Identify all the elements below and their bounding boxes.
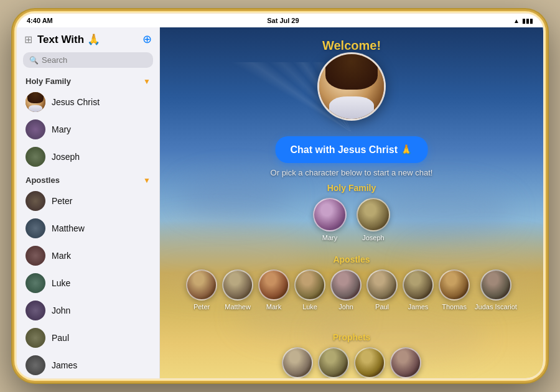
- avatar-circle-prophet3: [354, 347, 385, 378]
- main-content: ⊞ Text With 🙏 ⊕ 🔍 Holy F: [17, 27, 543, 378]
- avatar-item-thomas-main[interactable]: Thomas: [439, 269, 470, 310]
- holy-family-section: Holy Family Mary Joseph: [160, 183, 543, 241]
- contact-item-james[interactable]: James: [17, 352, 159, 378]
- sidebar-grid-icon[interactable]: ⊞: [24, 34, 32, 45]
- apostles-section: Apostles Peter Matthew Mark: [160, 254, 543, 310]
- wifi-icon: ▲: [513, 17, 520, 24]
- avatar-james: [26, 355, 45, 375]
- avatar-circle-mary-main: [313, 198, 347, 231]
- avatar-circle-paul-main: [366, 269, 398, 301]
- screen: 4:40 AM Sat Jul 29 ▲ ▮▮▮ ⊞ Text With 🙏 ⊕: [17, 14, 543, 378]
- sidebar-header-actions: ⊕: [142, 32, 152, 46]
- contact-item-john[interactable]: John: [17, 297, 159, 324]
- avatar-circle-judas-main: [480, 269, 511, 301]
- avatar-circle-matthew-main: [222, 269, 253, 301]
- contact-name-luke: Luke: [52, 278, 70, 288]
- sidebar-header: ⊞ Text With 🙏 ⊕: [17, 27, 159, 50]
- jesus-face-detail: [319, 54, 384, 119]
- contact-name-jesus: Jesus Christ: [52, 97, 100, 107]
- sidebar: ⊞ Text With 🙏 ⊕ 🔍 Holy F: [17, 27, 160, 378]
- apostles-label: Apostles: [26, 175, 60, 185]
- avatar-item-peter-main[interactable]: Peter: [186, 269, 217, 310]
- avatar-label-james-main: James: [408, 303, 428, 310]
- avatar-circle-luke-main: [294, 269, 325, 301]
- sidebar-content: Holy Family ▼ Jesus Christ Mary: [17, 72, 159, 378]
- avatar-label-paul-main: Paul: [375, 303, 389, 310]
- contact-item-paul[interactable]: Paul: [17, 324, 159, 352]
- avatar-peter: [26, 191, 45, 211]
- jesus-portrait[interactable]: [317, 52, 386, 121]
- contact-name-matthew: Matthew: [52, 223, 85, 233]
- contact-item-matthew[interactable]: Matthew: [17, 215, 159, 242]
- compose-button[interactable]: ⊕: [142, 32, 152, 46]
- avatar-label-peter-main: Peter: [194, 303, 210, 310]
- holy-family-avatars-row: Mary Joseph: [160, 198, 543, 241]
- status-time: 4:40 AM: [27, 17, 53, 24]
- contact-name-john: John: [52, 306, 70, 315]
- avatar-joseph: [26, 147, 45, 167]
- avatar-label-thomas-main: Thomas: [442, 303, 467, 310]
- avatar-circle-prophet4: [390, 347, 421, 378]
- holy-family-chevron[interactable]: ▼: [143, 77, 151, 86]
- contact-item-mary[interactable]: Mary: [17, 116, 159, 143]
- status-right: ▲ ▮▮▮: [513, 17, 533, 24]
- avatar-item-john-main[interactable]: John: [330, 269, 362, 310]
- prophets-section: Prophets Moses Abraham David: [160, 332, 543, 378]
- chat-button-container: Chat with Jesus Christ 🙏 Or pick a chara…: [271, 136, 433, 177]
- avatar-circle-joseph-main: [357, 198, 390, 231]
- avatar-circle-peter-main: [186, 269, 217, 301]
- contact-item-peter[interactable]: Peter: [17, 187, 159, 215]
- holy-family-main-title: Holy Family: [160, 183, 543, 193]
- avatar-item-james-main[interactable]: James: [403, 269, 434, 310]
- avatar-circle-prophet2: [318, 347, 349, 378]
- avatar-circle-thomas-main: [439, 269, 470, 301]
- home-button-container[interactable]: [546, 173, 548, 204]
- avatar-item-mary-main[interactable]: Mary: [313, 198, 347, 241]
- search-input[interactable]: [42, 55, 147, 65]
- contact-item-jesus[interactable]: Jesus Christ: [17, 88, 159, 116]
- holy-family-label: Holy Family: [26, 77, 71, 86]
- avatar-item-paul-main[interactable]: Paul: [366, 269, 398, 310]
- apostles-main-title: Apostles: [160, 254, 543, 264]
- apostles-chevron[interactable]: ▼: [143, 176, 151, 185]
- battery-icon: ▮▮▮: [522, 17, 533, 24]
- status-date: Sat Jul 29: [267, 17, 299, 24]
- avatar-circle-prophet1: [282, 347, 313, 378]
- avatar-mark: [26, 246, 45, 266]
- welcome-text: Welcome!: [160, 39, 543, 53]
- avatar-circle-mark-main: [258, 269, 289, 301]
- home-button[interactable]: [546, 177, 548, 200]
- prophets-avatars-row: Moses Abraham David Isaiah: [160, 347, 543, 378]
- avatar-jesus: [26, 92, 45, 112]
- avatar-item-prophet1[interactable]: Moses: [282, 347, 313, 378]
- section-holy-family[interactable]: Holy Family ▼: [17, 72, 159, 88]
- contact-item-luke[interactable]: Luke: [17, 269, 159, 297]
- contact-item-mark[interactable]: Mark: [17, 242, 159, 269]
- avatar-matthew: [26, 218, 45, 238]
- contact-name-joseph: Joseph: [52, 152, 80, 162]
- avatar-item-prophet3[interactable]: David: [354, 347, 385, 378]
- search-bar[interactable]: 🔍: [23, 52, 153, 68]
- side-button-left: [12, 148, 13, 167]
- status-bar: 4:40 AM Sat Jul 29 ▲ ▮▮▮: [17, 14, 543, 27]
- avatar-circle-james-main: [403, 269, 434, 301]
- apostles-avatars-row: Peter Matthew Mark Luke: [160, 269, 543, 310]
- avatar-circle-john-main: [330, 269, 362, 301]
- avatar-item-prophet2[interactable]: Abraham: [318, 347, 349, 378]
- avatar-item-prophet4[interactable]: Isaiah: [390, 347, 421, 378]
- avatar-item-judas-main[interactable]: Judas Iscariot: [475, 269, 517, 310]
- avatar-mary: [26, 119, 45, 139]
- contact-name-james: James: [52, 360, 77, 370]
- avatar-item-mark-main[interactable]: Mark: [258, 269, 289, 310]
- avatar-item-luke-main[interactable]: Luke: [294, 269, 325, 310]
- avatar-item-matthew-main[interactable]: Matthew: [222, 269, 253, 310]
- contact-item-joseph[interactable]: Joseph: [17, 143, 159, 170]
- avatar-item-joseph-main[interactable]: Joseph: [357, 198, 390, 241]
- section-apostles[interactable]: Apostles ▼: [17, 170, 159, 187]
- avatar-label-john-main: John: [338, 303, 353, 310]
- device-frame: 4:40 AM Sat Jul 29 ▲ ▮▮▮ ⊞ Text With 🙏 ⊕: [12, 9, 548, 383]
- avatar-label-mary-main: Mary: [322, 234, 337, 241]
- avatar-label-mark-main: Mark: [266, 303, 281, 310]
- contact-name-mary: Mary: [52, 124, 71, 134]
- chat-button[interactable]: Chat with Jesus Christ 🙏: [276, 136, 428, 163]
